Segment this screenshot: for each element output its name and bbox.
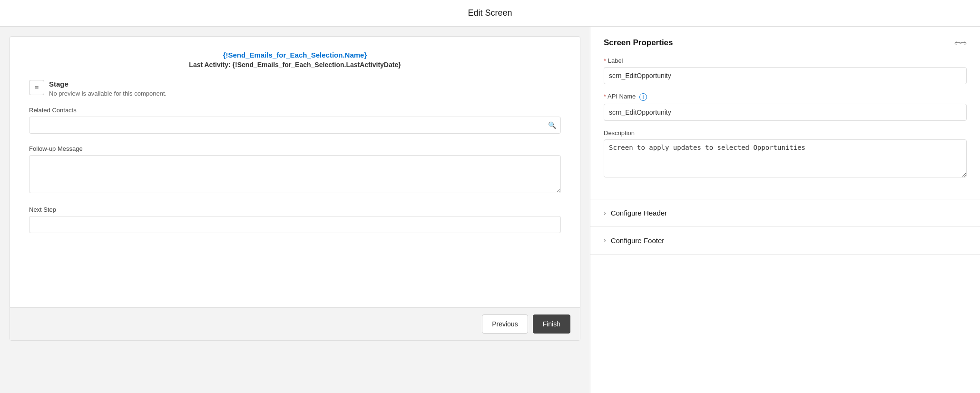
- api-name-field-label: * API Name i: [604, 93, 967, 101]
- api-name-text: API Name: [608, 93, 636, 100]
- expand-icon[interactable]: ⇦⇨: [954, 39, 967, 48]
- related-contacts-input[interactable]: [29, 117, 561, 134]
- screen-card-footer: Previous Finish: [10, 307, 580, 340]
- api-name-form-group: * API Name i: [604, 93, 967, 121]
- configure-footer-row: › Configure Footer: [604, 236, 967, 245]
- panel-title: Screen Properties: [604, 38, 673, 48]
- related-contacts-group: Related Contacts 🔍: [29, 107, 561, 134]
- stage-info: Stage No preview is available for this c…: [49, 80, 167, 97]
- configure-footer-chevron-icon: ›: [604, 236, 606, 244]
- configure-header-section[interactable]: › Configure Header: [590, 199, 980, 227]
- configure-footer-section[interactable]: › Configure Footer: [590, 227, 980, 255]
- configure-header-label: Configure Header: [611, 209, 667, 217]
- screen-header: {!Send_Emails_for_Each_Selection.Name} L…: [29, 51, 561, 69]
- followup-message-textarea[interactable]: [29, 155, 561, 193]
- description-label: Description: [604, 129, 967, 137]
- label-required-star: *: [604, 57, 606, 64]
- stage-icon: ≡: [29, 80, 44, 95]
- label-input[interactable]: [604, 67, 967, 84]
- configure-footer-label: Configure Footer: [611, 236, 665, 245]
- next-step-label: Next Step: [29, 206, 561, 213]
- next-step-group: Next Step: [29, 206, 561, 233]
- canvas-area: {!Send_Emails_for_Each_Selection.Name} L…: [0, 27, 590, 393]
- configure-header-row: › Configure Header: [604, 209, 967, 217]
- right-panel: Screen Properties ⇦⇨ * Label * API Name …: [590, 27, 980, 393]
- stage-no-preview: No preview is available for this compone…: [49, 90, 167, 97]
- configure-header-chevron-icon: ›: [604, 209, 606, 216]
- previous-button[interactable]: Previous: [482, 314, 528, 334]
- stage-icon-glyph: ≡: [35, 84, 39, 91]
- screen-header-link[interactable]: {!Send_Emails_for_Each_Selection.Name}: [29, 51, 561, 59]
- related-contacts-input-wrapper: 🔍: [29, 117, 561, 134]
- screen-card: {!Send_Emails_for_Each_Selection.Name} L…: [10, 36, 580, 341]
- followup-message-label: Follow-up Message: [29, 145, 561, 152]
- stage-component: ≡ Stage No preview is available for this…: [29, 80, 561, 97]
- label-field-label: * Label: [604, 57, 967, 64]
- screen-card-body: {!Send_Emails_for_Each_Selection.Name} L…: [10, 37, 580, 307]
- main-layout: {!Send_Emails_for_Each_Selection.Name} L…: [0, 27, 980, 393]
- description-form-group: Description Screen to apply updates to s…: [604, 129, 967, 179]
- page-title: Edit Screen: [468, 8, 512, 18]
- related-contacts-label: Related Contacts: [29, 107, 561, 114]
- followup-message-group: Follow-up Message: [29, 145, 561, 195]
- panel-title-row: Screen Properties ⇦⇨: [604, 38, 967, 48]
- api-name-input[interactable]: [604, 104, 967, 121]
- top-header: Edit Screen: [0, 0, 980, 27]
- label-form-group: * Label: [604, 57, 967, 84]
- screen-properties-section: Screen Properties ⇦⇨ * Label * API Name …: [590, 27, 980, 199]
- description-textarea[interactable]: Screen to apply updates to selected Oppo…: [604, 139, 967, 177]
- next-step-input[interactable]: [29, 216, 561, 233]
- api-name-info-icon[interactable]: i: [639, 93, 647, 101]
- finish-button[interactable]: Finish: [533, 314, 570, 334]
- stage-label: Stage: [49, 80, 167, 88]
- screen-header-subtitle: Last Activity: {!Send_Emails_for_Each_Se…: [189, 61, 401, 69]
- label-field-text: Label: [608, 57, 623, 64]
- api-required-star: *: [604, 93, 606, 100]
